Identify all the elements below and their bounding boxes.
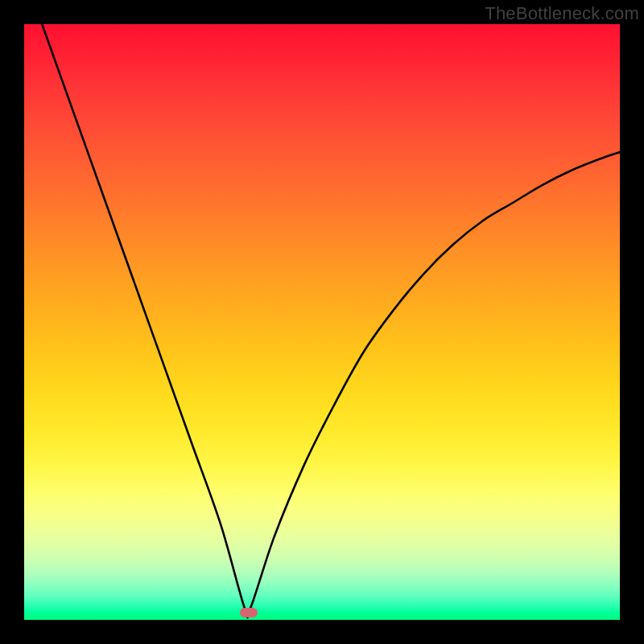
attribution-text: TheBottleneck.com bbox=[485, 3, 639, 24]
curve-path bbox=[42, 24, 620, 617]
optimum-marker bbox=[240, 608, 258, 617]
plot-area bbox=[24, 24, 620, 620]
bottleneck-curve bbox=[24, 24, 620, 620]
